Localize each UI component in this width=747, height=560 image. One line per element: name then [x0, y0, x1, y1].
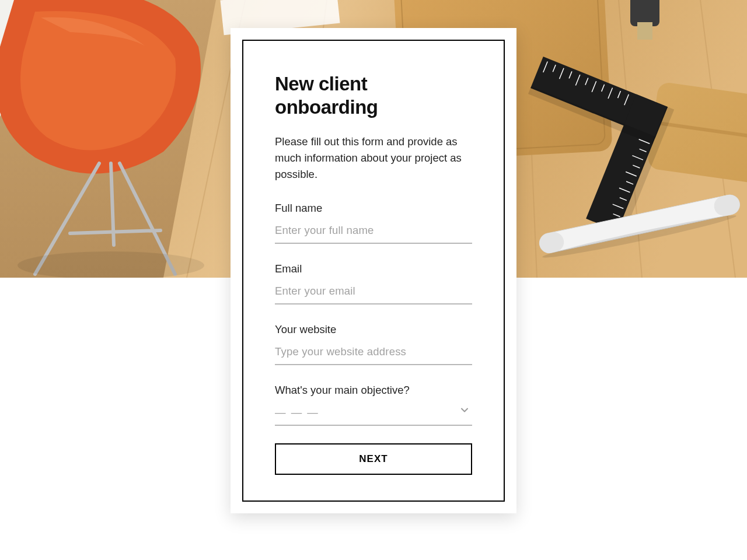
- email-label: Email: [275, 262, 472, 275]
- field-objective: What's your main objective? — — —: [275, 384, 472, 426]
- website-input[interactable]: [275, 342, 472, 365]
- next-button[interactable]: NEXT: [275, 443, 472, 475]
- objective-placeholder: — — —: [275, 406, 319, 418]
- field-website: Your website: [275, 323, 472, 365]
- field-email: Email: [275, 262, 472, 304]
- onboarding-card: New client onboarding Please fill out th…: [231, 28, 516, 513]
- field-full-name: Full name: [275, 202, 472, 244]
- chevron-down-icon: [460, 406, 469, 414]
- form-title: New client onboarding: [275, 72, 472, 118]
- email-input[interactable]: [275, 281, 472, 304]
- full-name-input[interactable]: [275, 220, 472, 244]
- onboarding-card-frame: New client onboarding Please fill out th…: [242, 40, 505, 502]
- form-description: Please fill out this form and provide as…: [275, 134, 472, 182]
- objective-label: What's your main objective?: [275, 384, 472, 397]
- full-name-label: Full name: [275, 202, 472, 215]
- svg-rect-19: [637, 22, 652, 40]
- website-label: Your website: [275, 323, 472, 336]
- objective-select[interactable]: — — —: [275, 402, 472, 426]
